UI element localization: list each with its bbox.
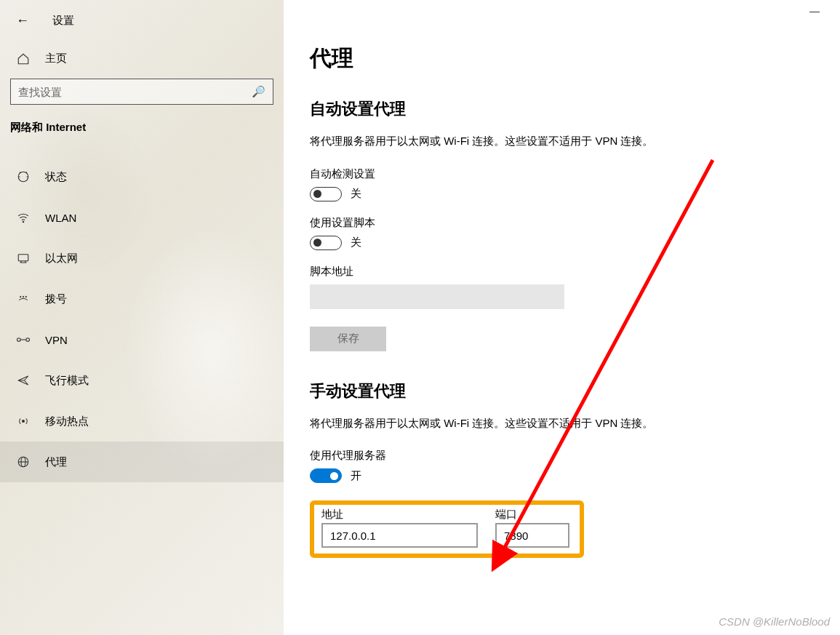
svg-point-5 <box>25 296 27 297</box>
home-button[interactable]: 主页 <box>0 28 284 65</box>
sidebar-item-wlan[interactable]: WLAN <box>0 197 284 238</box>
sidebar-item-label: 飞行模式 <box>45 374 89 388</box>
search-box[interactable]: 🔍 <box>10 79 273 105</box>
ethernet-icon <box>16 252 31 265</box>
auto-detect-label: 自动检测设置 <box>310 167 818 181</box>
auto-section-title: 自动设置代理 <box>310 98 818 120</box>
proxy-icon <box>16 455 31 468</box>
port-label: 端口 <box>495 508 569 522</box>
svg-point-6 <box>17 338 21 342</box>
save-button[interactable]: 保存 <box>310 327 386 351</box>
use-script-label: 使用设置脚本 <box>310 216 818 230</box>
dialup-icon <box>16 292 31 305</box>
sidebar-item-proxy[interactable]: 代理 <box>0 442 284 482</box>
sidebar-item-hotspot[interactable]: 移动热点 <box>0 401 284 442</box>
sidebar-item-dialup[interactable]: 拨号 <box>0 279 284 319</box>
search-icon: 🔍 <box>252 85 265 98</box>
minimize-button[interactable] <box>809 12 820 12</box>
svg-point-3 <box>20 296 22 297</box>
home-label: 主页 <box>45 52 67 65</box>
auto-section-desc: 将代理服务器用于以太网或 Wi-Fi 连接。这些设置不适用于 VPN 连接。 <box>310 133 818 150</box>
port-input[interactable] <box>495 523 569 548</box>
highlight-annotation: 地址 端口 <box>310 500 584 558</box>
sidebar-item-label: 代理 <box>45 455 67 469</box>
sidebar-item-label: 状态 <box>45 170 67 184</box>
back-button[interactable]: ← <box>16 13 29 28</box>
sidebar-item-label: WLAN <box>45 212 76 224</box>
svg-point-8 <box>23 420 25 423</box>
svg-point-1 <box>23 221 24 223</box>
script-address-input <box>310 284 564 309</box>
svg-point-4 <box>23 296 24 297</box>
window-title: 设置 <box>52 14 74 28</box>
sidebar-item-label: 拨号 <box>45 292 67 306</box>
status-icon <box>16 170 31 183</box>
wifi-icon <box>16 211 31 224</box>
sidebar-item-ethernet[interactable]: 以太网 <box>0 238 284 279</box>
auto-detect-state: 关 <box>351 187 361 201</box>
manual-section-title: 手动设置代理 <box>310 380 818 402</box>
svg-rect-2 <box>18 255 28 261</box>
category-header: 网络和 Internet <box>0 121 284 135</box>
address-label: 地址 <box>321 508 478 522</box>
use-proxy-label: 使用代理服务器 <box>310 449 818 463</box>
sidebar-item-airplane[interactable]: 飞行模式 <box>0 360 284 401</box>
page-title: 代理 <box>310 44 818 73</box>
use-script-state: 关 <box>351 236 361 249</box>
auto-detect-toggle[interactable] <box>310 187 342 201</box>
home-icon <box>16 52 31 65</box>
sidebar-item-vpn[interactable]: VPN <box>0 319 284 360</box>
use-script-toggle[interactable] <box>310 236 342 250</box>
hotspot-icon <box>16 415 31 428</box>
manual-section-desc: 将代理服务器用于以太网或 Wi-Fi 连接。这些设置不适用于 VPN 连接。 <box>310 415 818 432</box>
script-address-label: 脚本地址 <box>310 265 818 279</box>
sidebar-item-label: VPN <box>45 334 68 346</box>
airplane-icon <box>16 374 31 387</box>
use-proxy-toggle[interactable] <box>310 468 342 483</box>
vpn-icon <box>16 333 31 346</box>
watermark: CSDN @KillerNoBlood <box>719 615 830 628</box>
svg-point-7 <box>26 338 30 342</box>
search-input[interactable] <box>18 86 252 98</box>
address-input[interactable] <box>321 523 478 548</box>
content: 代理 自动设置代理 将代理服务器用于以太网或 Wi-Fi 连接。这些设置不适用于… <box>284 0 840 635</box>
use-proxy-state: 开 <box>351 469 361 483</box>
sidebar: ← 设置 主页 🔍 网络和 Internet 状态 WLAN <box>0 0 284 635</box>
titlebar: ← 设置 <box>0 0 284 28</box>
sidebar-item-label: 移动热点 <box>45 415 89 428</box>
sidebar-item-status[interactable]: 状态 <box>0 156 284 197</box>
sidebar-item-label: 以太网 <box>45 252 78 265</box>
